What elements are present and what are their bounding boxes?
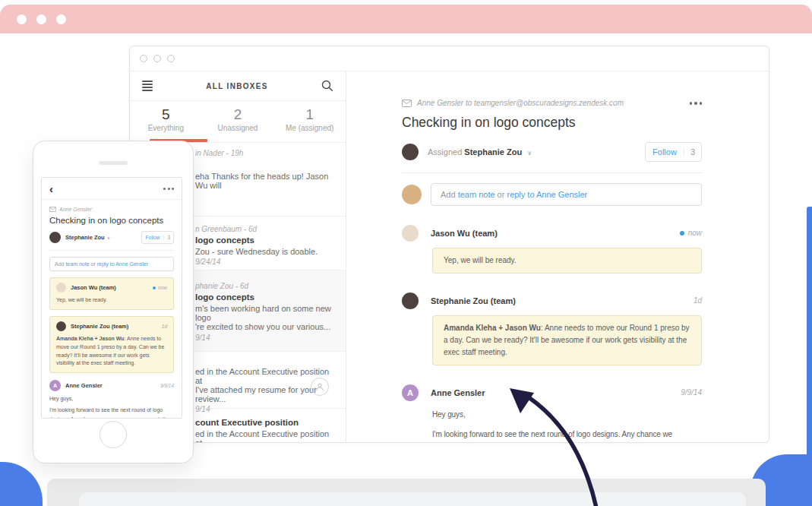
team-note-card: Stephanie Zou (team) 1d Amanda Kleha + J… — [49, 316, 174, 373]
unread-dot — [680, 231, 684, 236]
team-note: Yep, we will be ready. — [432, 248, 702, 274]
tab-unassigned[interactable]: 2 Unassigned — [202, 101, 274, 142]
follower-count: 3 — [684, 147, 701, 157]
message-body: Hey guys, I'm looking forward to see the… — [49, 394, 174, 419]
window-control-dot[interactable] — [140, 55, 147, 62]
back-icon[interactable]: ‹ — [49, 183, 53, 194]
phone-toolbar: ‹ — [42, 178, 182, 200]
unread-dot — [153, 286, 156, 289]
person-icon — [311, 378, 329, 396]
assignee-dropdown[interactable]: Assigned Stephanie Zou ∨ — [428, 147, 645, 157]
assignee-avatar — [49, 232, 61, 243]
from-line: Anne Gensler to teamgensler@obscuradesig… — [417, 99, 690, 107]
inbox-tabs: 5 Everything 2 Unassigned 1 Me (assigned… — [130, 101, 346, 143]
chevron-down-icon: ∨ — [107, 235, 110, 240]
marketing-graphic: ALL INBOXES 5 Everything 2 Unassigned — [0, 0, 812, 506]
reply-link[interactable]: reply to Anne Gensler — [97, 261, 148, 267]
avatar — [56, 283, 66, 293]
window-control-dot[interactable] — [17, 14, 27, 24]
tab-everything[interactable]: 5 Everything — [130, 101, 202, 142]
phone-speaker — [99, 161, 128, 165]
divider — [49, 250, 174, 251]
inbox-header: ALL INBOXES — [130, 71, 346, 101]
assigned-row: Stephanie Zou ∨ Follow 3 — [49, 231, 174, 244]
follow-button[interactable]: Follow 3 — [645, 142, 702, 162]
tab-me-assigned[interactable]: 1 Me (assigned) — [273, 101, 346, 142]
avatar — [402, 225, 419, 242]
follow-button[interactable]: Follow 3 — [141, 231, 174, 244]
divider — [402, 172, 702, 173]
envelope-icon — [49, 207, 56, 212]
envelope-icon — [402, 100, 412, 107]
message: Stephanie Zou (team) 1d Amanda Kleha + J… — [402, 293, 702, 365]
window-control-dot[interactable] — [153, 55, 161, 62]
reply-link[interactable]: reply to Anne Gensler — [507, 190, 587, 199]
team-note-link[interactable]: team note — [458, 190, 495, 199]
message: A Anne Gensler 9/9/14 Hey guys, I'm look… — [49, 380, 174, 419]
avatar — [402, 293, 419, 309]
window-control-dot[interactable] — [36, 14, 46, 24]
overflow-menu-icon[interactable] — [690, 99, 703, 108]
window-control-dot[interactable] — [56, 14, 66, 24]
message: A Anne Gensler 9/9/14 Hey guys, I'm look… — [402, 384, 702, 444]
avatar: A — [49, 380, 61, 391]
team-note-card: Jason Wu (team) now Yep, we will be read… — [49, 277, 174, 310]
window-control-dot[interactable] — [167, 55, 175, 62]
conversation-detail-pane: Anne Gensler to teamgensler@obscuradesig… — [346, 71, 769, 443]
avatar: A — [402, 384, 419, 401]
thread-title: Checking in on logo concepts — [402, 115, 702, 131]
reply-composer: Add team note or reply to Anne Gensler — [402, 183, 702, 206]
browser-titlebar — [0, 5, 812, 33]
home-button[interactable] — [100, 421, 127, 448]
inbox-title: ALL INBOXES — [153, 82, 321, 90]
hamburger-menu-icon[interactable] — [142, 81, 153, 91]
phone-screen: ‹ Anne Gensler Checking in on logo conce… — [41, 177, 182, 419]
from-line: Anne Gensler — [49, 207, 174, 212]
card-stack-sheet — [79, 492, 746, 506]
message-body: Hey guys, I'm looking forward to see the… — [432, 409, 702, 444]
current-user-avatar — [402, 185, 422, 204]
search-icon[interactable] — [321, 80, 333, 92]
background-blue-panel — [0, 462, 43, 506]
composer-input[interactable]: Add team note or reply to Anne Gensler — [431, 183, 702, 206]
thread-title: Checking in on logo concepts — [49, 216, 174, 225]
assigned-row: Assigned Stephanie Zou ∨ Follow 3 — [402, 142, 702, 162]
chevron-down-icon: ∨ — [527, 150, 532, 157]
app-window: ALL INBOXES 5 Everything 2 Unassigned — [129, 46, 769, 443]
composer-input[interactable]: Add team note or reply to Anne Gensler — [49, 257, 174, 271]
team-note-link[interactable]: team note — [65, 261, 89, 267]
app-window-chrome — [130, 46, 769, 71]
assignee-avatar — [402, 144, 419, 160]
avatar — [56, 321, 66, 331]
phone-mockup: ‹ Anne Gensler Checking in on logo conce… — [33, 141, 194, 463]
message: Jason Wu (team) now Yep, we will be read… — [402, 225, 702, 274]
overflow-menu-icon[interactable] — [163, 188, 174, 190]
assignee-dropdown[interactable]: Stephanie Zou — [65, 234, 105, 241]
team-note: Amanda Kleha + Jason Wu: Anne needs to m… — [432, 315, 702, 365]
